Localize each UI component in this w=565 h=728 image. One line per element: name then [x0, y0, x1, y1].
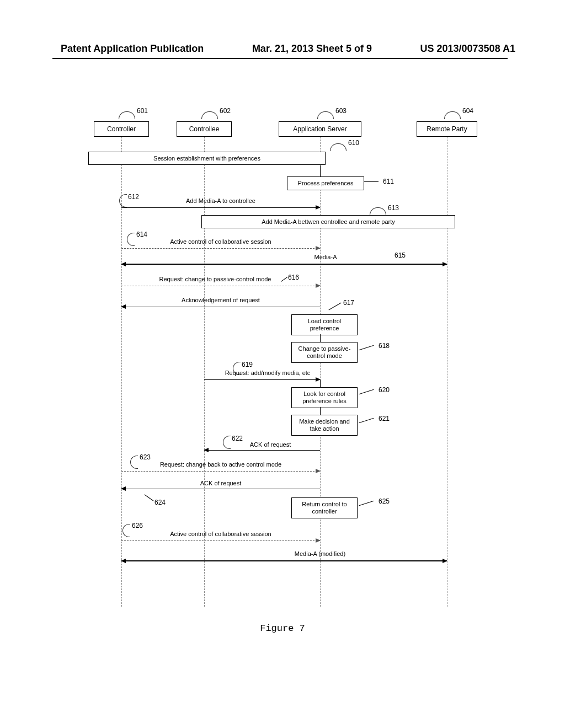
- box-620: Look for control preference rules: [291, 387, 358, 408]
- ref-617: 617: [343, 299, 354, 307]
- ref-curve-612: [119, 194, 127, 207]
- vconn-617-618: [320, 334, 321, 342]
- ref-curve-601: [119, 111, 135, 119]
- box-613: Add Media-A bettwen controllee and remot…: [201, 215, 455, 228]
- box-625: Return control to controller: [291, 497, 358, 518]
- ref-611: 611: [383, 178, 394, 185]
- ref-626: 626: [132, 522, 143, 529]
- msg-622: ACK of request: [237, 441, 303, 448]
- ref-curve-602: [201, 111, 218, 119]
- arrow-616-ack: [121, 307, 320, 307]
- vconn-620-621: [320, 407, 321, 415]
- sequence-diagram: Controller Controllee Application Server…: [83, 105, 469, 612]
- arrow-626: [121, 540, 320, 541]
- msg-623: Request: change back to active control m…: [138, 461, 303, 468]
- ref-curve-613: [370, 207, 386, 215]
- arrow-622: [204, 450, 320, 451]
- lead-617: [328, 303, 341, 311]
- arrow-627: [121, 560, 447, 561]
- ref-610: 610: [348, 139, 359, 147]
- header-left: Patent Application Publication: [61, 43, 204, 55]
- ref-616: 616: [288, 274, 299, 281]
- box-618: Change to passive-control mode: [291, 342, 358, 363]
- box-617: Load control preference: [291, 314, 358, 335]
- ref-curve-614: [127, 233, 135, 246]
- msg-619: Request: add/modify media, etc: [215, 370, 320, 376]
- ref-615: 615: [395, 251, 406, 259]
- arrow-615: [121, 264, 447, 265]
- ref-curve-623: [130, 456, 138, 469]
- ref-603: 603: [335, 107, 347, 115]
- arrow-623: [121, 471, 320, 472]
- ref-613: 613: [388, 204, 399, 212]
- box-621: Make decision and take action: [291, 415, 358, 436]
- figure-caption: Figure 7: [0, 623, 565, 634]
- msg-612: Add Media-A to controllee: [154, 197, 287, 204]
- box-611: Process preferences: [287, 176, 364, 190]
- msg-614: Active control of collaborative session: [143, 238, 298, 245]
- box-610: Session establishment with preferences: [88, 152, 326, 165]
- ref-619: 619: [242, 361, 253, 368]
- header-right: US 2013/0073508 A1: [420, 43, 515, 55]
- ref-curve-610: [330, 143, 347, 151]
- ref-604: 604: [462, 107, 473, 115]
- ref-curve-626: [122, 524, 130, 537]
- header-center: Mar. 21, 2013 Sheet 5 of 9: [252, 43, 372, 55]
- vconn-619-620: [320, 379, 321, 387]
- lead-618: [359, 345, 374, 351]
- ref-curve-603: [317, 111, 334, 119]
- ref-618: 618: [379, 342, 390, 350]
- arrow-612: [121, 207, 320, 208]
- actor-controllee: Controllee: [177, 121, 232, 137]
- lead-621: [359, 418, 374, 424]
- ref-623: 623: [140, 453, 151, 461]
- ref-602: 602: [220, 107, 231, 115]
- lead-611: [364, 181, 379, 182]
- ref-620: 620: [379, 386, 390, 394]
- ref-curve-604: [444, 111, 461, 119]
- ref-621: 621: [379, 415, 390, 422]
- arrow-623-ack: [121, 489, 320, 489]
- header-rule: [52, 58, 508, 59]
- ref-614: 614: [136, 231, 147, 238]
- ref-625: 625: [379, 497, 390, 505]
- arrow-616: [121, 286, 320, 286]
- arrow-619: [204, 379, 320, 380]
- ref-612: 612: [128, 193, 139, 201]
- msg-615: Media-A: [292, 254, 359, 260]
- lifeline-remoteparty: [447, 137, 447, 607]
- ref-624: 624: [154, 499, 166, 506]
- msg-623-ack: ACK of request: [182, 480, 259, 486]
- actor-appserver: Application Server: [279, 121, 361, 137]
- actor-remoteparty: Remote Party: [417, 121, 477, 137]
- actor-controller: Controller: [94, 121, 149, 137]
- msg-616-ack: Acknowledgement of request: [149, 297, 292, 303]
- lead-625: [359, 501, 374, 506]
- lead-620: [359, 389, 374, 395]
- ref-curve-622: [223, 436, 231, 449]
- msg-627: Media-A (modified): [276, 550, 364, 557]
- msg-626: Active control of collaborative session: [143, 531, 298, 537]
- lead-624: [145, 494, 154, 501]
- vconn-610-611: [320, 165, 321, 176]
- msg-616: Request: change to passive-control mode: [132, 276, 298, 282]
- arrow-614: [121, 248, 320, 249]
- page-header: Patent Application Publication Mar. 21, …: [0, 43, 565, 55]
- ref-601: 601: [137, 107, 148, 115]
